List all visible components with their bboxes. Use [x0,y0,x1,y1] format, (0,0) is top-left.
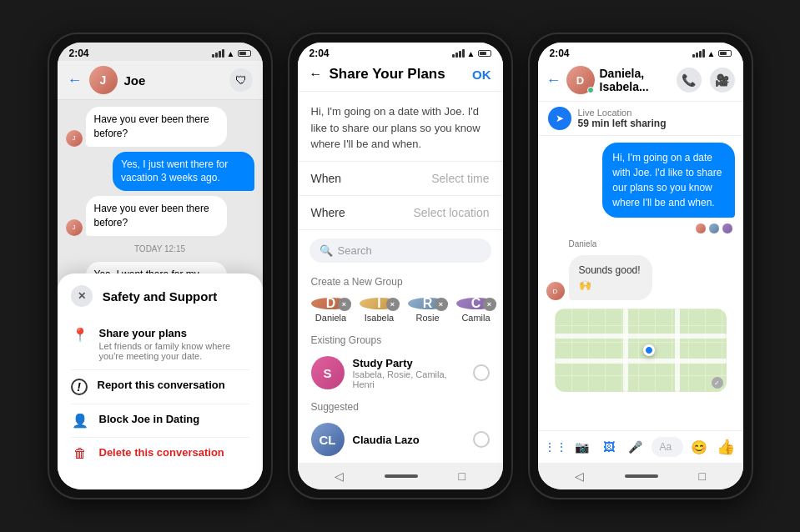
message-input[interactable]: Aa [652,437,683,457]
group-avatar: S [311,356,345,389]
emoji-button[interactable]: 😊 [688,436,710,458]
safety-item-share[interactable]: 📍 Share your plans Let friends or family… [71,319,249,370]
plans-description: Hi, I'm going on a date with Joe. I'd li… [298,92,503,162]
group-study-party[interactable]: S Study Party Isabela, Rosie, Camila, He… [298,349,503,396]
search-box[interactable]: 🔍 Search [309,238,491,263]
delete-text: Delete this conversation [99,446,224,459]
report-icon: ! [71,379,88,395]
messenger-messages: Hi, I'm going on a date with Joe. I'd li… [538,136,743,430]
report-text: Report this conversation [98,379,225,391]
safety-item-report[interactable]: ! Report this conversation [71,370,249,404]
header-actions: 📞 🎥 [677,68,735,93]
plans-back-button[interactable]: ← [309,67,323,82]
signal-icon-2 [452,49,465,58]
claudia-radio[interactable] [473,431,490,448]
group-members: Isabela, Rosie, Camila, Henri [353,369,465,389]
create-group-label: Create a New Group [298,271,503,291]
messenger-back-button[interactable]: ← [546,72,561,89]
search-icon: 🔍 [319,244,333,257]
suggested-label: Suggested [298,396,503,416]
block-icon: 👤 [71,413,89,429]
safety-panel: ✕ Safety and Support 📍 Share your plans … [58,274,263,489]
nav-bar-3: ◁ □ [538,463,743,489]
phone-1: 2:04 ▲ ← J Joe [48,33,273,499]
safety-item-delete[interactable]: 🗑 Delete this conversation [71,438,249,469]
group-radio[interactable] [473,364,489,381]
block-title: Block Joe in Dating [99,413,200,425]
when-value: Select time [431,172,489,185]
mic-button[interactable]: 🎤 [625,436,647,458]
delete-title: Delete this conversation [99,446,224,459]
contact-rosie[interactable]: R × Rosie [408,298,448,324]
msg-bubble-sent-0: Yes, I just went there for vacation 3 we… [113,152,254,192]
shield-button[interactable]: 🛡 [229,68,253,92]
share-plans-title: Share your plans [99,327,249,339]
where-label: Where [311,206,345,219]
messenger-avatar-wrap: D [566,66,595,94]
remove-rosie[interactable]: × [435,298,448,311]
contact-name-isabela: Isabela [365,313,394,323]
suggested-claudia[interactable]: CL Claudia Lazo [298,416,503,463]
nav-back-2[interactable]: ◁ [335,469,344,483]
claudia-name: Claudia Lazo [353,434,420,446]
back-button[interactable]: ← [68,72,83,89]
msg-bubble-received-0: Have you ever been there before? [86,107,228,147]
close-safety-button[interactable]: ✕ [71,285,93,307]
map-preview: ✓ [555,309,727,392]
when-row[interactable]: When Select time [298,162,503,196]
like-button[interactable]: 👍 [715,436,737,458]
nav-home-3[interactable] [625,474,658,478]
claudia-info: Claudia Lazo [353,434,420,446]
contact-isabela[interactable]: I × Isabela [360,298,400,324]
plans-header: ← Share Your Plans OK [298,61,503,92]
call-button[interactable]: 📞 [677,68,702,93]
remove-camila[interactable]: × [483,298,496,311]
nav-back-3[interactable]: ◁ [575,469,584,483]
grid-icon-button[interactable]: ⋮⋮ [545,436,566,458]
contact-circles: D × Daniela I × Isabela R × Rosie [298,291,503,330]
nav-home-2[interactable] [385,474,418,478]
status-icons-1: ▲ [212,49,251,58]
contact-daniela[interactable]: D × Daniela [311,298,351,324]
safety-header: ✕ Safety and Support [71,285,249,307]
input-bar: ⋮⋮ 📷 🖼 🎤 Aa 😊 👍 [538,430,743,463]
msg-received-0: Sounds good! 🙌 [569,255,652,300]
chat-timestamp: TODAY 12:15 [66,244,254,253]
msg-avatar: J [66,130,83,147]
status-icons-2: ▲ [452,49,491,58]
msg-row-1: J Have you ever been there before? [66,196,254,236]
seen-avatars [546,223,735,234]
phone-3: 2:04 ▲ ← D [528,33,753,499]
remove-isabela[interactable]: × [386,298,400,311]
status-bar-3: 2:04 ▲ [538,43,743,61]
remove-daniela[interactable]: × [338,298,351,311]
seen-avatar-3 [722,223,733,234]
gallery-button[interactable]: 🖼 [598,436,620,458]
where-value: Select location [413,206,489,219]
ok-button[interactable]: OK [472,68,491,82]
group-info: Study Party Isabela, Rosie, Camila, Henr… [353,357,465,389]
input-placeholder: Aa [660,441,672,453]
seen-avatar-1 [695,223,707,234]
contact-name-daniela: Daniela [315,313,346,323]
status-time-3: 2:04 [550,48,570,59]
contact-camila[interactable]: C × Camila [456,298,496,324]
online-indicator [587,87,594,93]
msg-sent-0: Hi, I'm going on a date with Joe. I'd li… [602,143,734,218]
nav-recent-3[interactable]: □ [699,469,706,483]
where-row[interactable]: Where Select location [298,196,503,230]
nav-recent-2[interactable]: □ [459,469,465,483]
wifi-icon: ▲ [227,49,235,58]
safety-item-block[interactable]: 👤 Block Joe in Dating [71,404,249,438]
signal-icon-1 [212,49,224,58]
video-button[interactable]: 🎥 [710,68,735,93]
location-time: 59 min left sharing [578,118,667,129]
safety-title: Safety and Support [93,289,228,304]
camera-button[interactable]: 📷 [571,436,593,458]
messenger-header: ← D Daniela, Isabela... 📞 🎥 [538,61,743,102]
location-label: Live Location [578,108,667,118]
plans-body: Hi, I'm going on a date with Joe. I'd li… [298,92,503,463]
seen-avatar-2 [708,223,720,234]
wifi-icon-2: ▲ [467,49,475,58]
plans-title: Share Your Plans [330,66,466,83]
